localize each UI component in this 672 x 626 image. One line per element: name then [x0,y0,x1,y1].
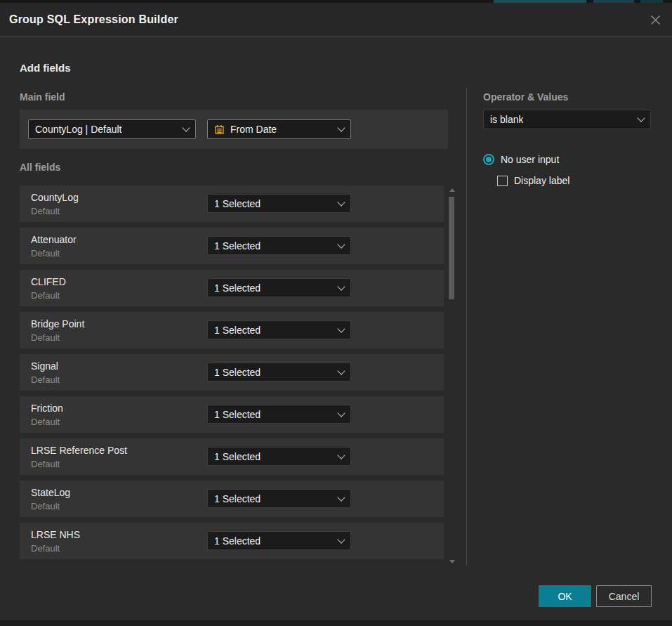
checkbox-unchecked-icon [497,176,508,186]
field-row: Signal Default 1 Selected [20,354,444,391]
field-selection-dropdown-label: 1 Selected [214,282,261,294]
background-bottom-strip [0,620,672,626]
radio-selected-icon [483,154,494,165]
field-selection-dropdown[interactable]: 1 Selected [207,363,351,382]
field-name: CountyLog [31,192,79,203]
chevron-down-icon [337,198,345,206]
field-row: StateLog Default 1 Selected [20,481,444,517]
chevron-down-icon [337,493,345,501]
field-row: CountyLog Default 1 Selected [20,185,444,222]
main-field-select[interactable]: From Date [207,119,351,139]
field-row: LRSE NHS Default 1 Selected [20,523,444,559]
field-sublabel: Default [31,459,60,469]
all-fields-list: CountyLog Default 1 Selected Attenuator … [20,185,444,565]
field-sublabel: Default [31,332,60,343]
field-selection-dropdown[interactable]: 1 Selected [207,405,351,424]
chevron-down-icon [337,240,345,248]
chevron-down-icon [337,124,345,131]
field-selection-dropdown[interactable]: 1 Selected [207,489,351,508]
no-user-input-label: No user input [501,154,559,165]
dialog-title: Group SQL Expression Builder [9,13,178,26]
field-name: Attenuator [31,234,77,245]
field-sublabel: Default [31,248,60,259]
main-field-select-value: From Date [230,124,277,135]
field-name: Friction [31,403,63,414]
dialog-header: Group SQL Expression Builder [0,3,672,37]
field-sublabel: Default [31,501,60,511]
fields-list-scrollbar[interactable] [448,185,456,566]
ok-button[interactable]: OK [539,585,591,607]
operator-values-label: Operator & Values [483,91,568,103]
chevron-down-icon [337,451,345,459]
cancel-button[interactable]: Cancel [596,585,652,607]
chevron-down-icon [337,535,345,543]
add-fields-heading: Add fields [20,62,71,74]
no-user-input-radio[interactable]: No user input [483,154,559,165]
field-selection-dropdown[interactable]: 1 Selected [207,194,351,213]
chevron-down-icon [182,124,190,131]
field-selection-dropdown[interactable]: 1 Selected [207,236,351,255]
field-selection-dropdown-label: 1 Selected [214,367,261,378]
field-selection-dropdown-label: 1 Selected [214,535,261,547]
main-layer-select[interactable]: CountyLog | Default [28,119,196,139]
group-sql-expression-builder-dialog: Group SQL Expression Builder Add fields … [0,3,672,620]
field-sublabel: Default [31,374,60,385]
chevron-down-icon [337,367,345,374]
field-name: StateLog [31,487,70,498]
chevron-down-icon [337,282,345,290]
field-selection-dropdown-label: 1 Selected [214,493,261,504]
main-layer-select-value: CountyLog | Default [35,124,122,135]
field-row: Bridge Point Default 1 Selected [20,312,444,348]
field-row: LRSE Reference Post Default 1 Selected [20,438,444,475]
field-name: LRSE NHS [31,529,80,540]
field-name: Signal [31,360,58,372]
field-row: Friction Default 1 Selected [20,396,444,433]
calendar-icon [214,124,225,135]
close-icon[interactable] [648,13,662,27]
field-selection-dropdown[interactable]: 1 Selected [207,531,351,550]
all-fields-label: All fields [20,162,60,173]
field-selection-dropdown-label: 1 Selected [214,451,261,462]
operator-select[interactable]: is blank [483,110,651,129]
scroll-down-icon[interactable] [449,560,455,563]
field-sublabel: Default [31,543,60,554]
field-name: CLIFED [31,276,66,287]
panel-divider [466,88,467,566]
scrollbar-thumb[interactable] [449,197,454,299]
field-sublabel: Default [31,417,60,427]
field-row: CLIFED Default 1 Selected [20,270,444,306]
field-name: Bridge Point [31,318,84,330]
field-row: Attenuator Default 1 Selected [20,228,444,264]
field-name: LRSE Reference Post [31,445,127,456]
field-selection-dropdown[interactable]: 1 Selected [207,278,351,297]
field-selection-dropdown-label: 1 Selected [214,198,261,209]
main-field-panel: CountyLog | Default [20,110,448,149]
field-selection-dropdown[interactable]: 1 Selected [207,320,351,339]
screen: Group SQL Expression Builder Add fields … [0,0,672,626]
field-selection-dropdown-label: 1 Selected [214,240,261,252]
chevron-down-icon [337,325,345,332]
chevron-down-icon [337,409,345,417]
operator-select-value: is blank [490,114,523,125]
chevron-down-icon [637,114,645,122]
field-selection-dropdown-label: 1 Selected [214,409,261,420]
field-selection-dropdown-label: 1 Selected [214,325,261,336]
main-field-label: Main field [20,91,65,103]
display-label-checkbox[interactable]: Display label [497,175,569,186]
field-sublabel: Default [31,206,60,216]
field-sublabel: Default [31,290,60,301]
display-label-label: Display label [514,175,569,186]
field-selection-dropdown[interactable]: 1 Selected [207,447,351,466]
scroll-up-icon[interactable] [449,188,455,192]
